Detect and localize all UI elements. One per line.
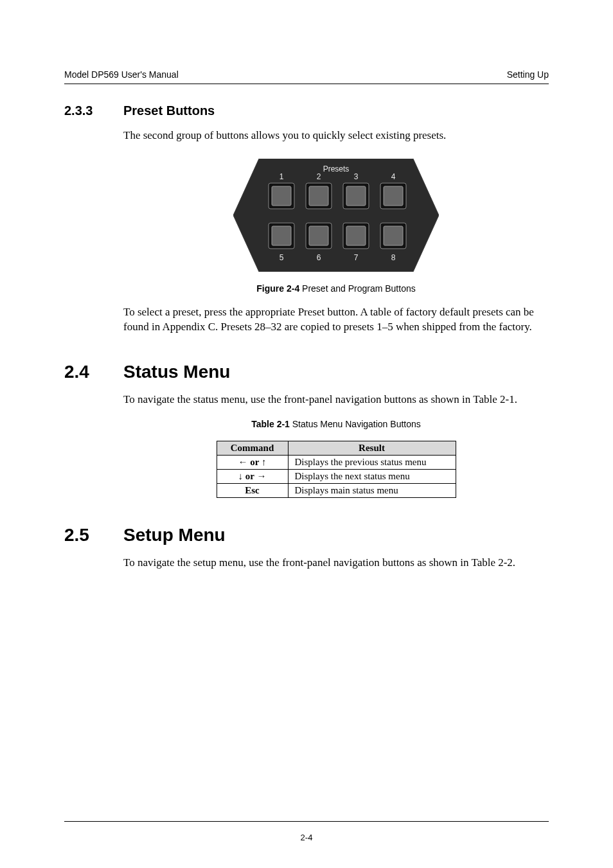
preset-button-4[interactable] xyxy=(380,183,406,209)
sec24-intro: To navigate the status menu, use the fro… xyxy=(123,393,549,407)
section-25-body: To navigate the setup menu, use the fron… xyxy=(123,556,549,571)
preset-button-2[interactable] xyxy=(306,183,332,209)
panel-num-8: 8 xyxy=(391,253,396,262)
preset-button-7[interactable] xyxy=(343,223,369,249)
heading-24-title: Status Menu xyxy=(123,362,230,382)
panel-num-5: 5 xyxy=(280,253,284,262)
panel-num-7: 7 xyxy=(354,253,359,262)
cmd-cell: ↓ or → xyxy=(217,469,288,483)
table-row: ↓ or → Displays the next status menu xyxy=(217,469,456,483)
header-left: Model DP569 User's Manual xyxy=(64,69,179,80)
figure-presets-panel: Presets 1 2 3 4 xyxy=(123,159,549,272)
panel-background xyxy=(233,159,439,272)
heading-25: 2.5 Setup Menu xyxy=(64,525,549,545)
table-header-row: Command Result xyxy=(217,441,456,455)
preset-button-3[interactable] xyxy=(343,183,369,209)
page-number: 2-4 xyxy=(0,833,613,842)
footer-rule xyxy=(64,821,549,822)
section-233-body: The second group of buttons allows you t… xyxy=(123,128,549,335)
svg-rect-7 xyxy=(384,186,403,206)
preset-button-1[interactable] xyxy=(269,183,294,209)
svg-rect-15 xyxy=(384,226,403,245)
page-header: Model DP569 User's Manual Setting Up xyxy=(64,69,549,80)
heading-233-title: Preset Buttons xyxy=(123,103,215,118)
panel-num-1: 1 xyxy=(280,172,284,181)
table-row: ← or ↑ Displays the previous status menu xyxy=(217,455,456,469)
figure-24-caption: Figure 2-4 Preset and Program Buttons xyxy=(123,283,549,294)
nav-table-wrap: Command Result ← or ↑ Displays the previ… xyxy=(123,441,549,498)
svg-rect-5 xyxy=(346,186,366,206)
table-row: Esc Displays main status menu xyxy=(217,483,456,497)
panel-num-6: 6 xyxy=(317,253,321,262)
panel-num-3: 3 xyxy=(354,172,359,181)
heading-24-number: 2.4 xyxy=(64,362,123,382)
figure-24-caption-bold: Figure 2-4 xyxy=(256,283,299,294)
table-21-caption-bold: Table 2-1 xyxy=(251,419,290,429)
result-cell: Displays main status menu xyxy=(288,483,456,497)
heading-24: 2.4 Status Menu xyxy=(64,362,549,382)
table-21-caption: Table 2-1 Status Menu Navigation Buttons xyxy=(123,419,549,429)
panel-num-2: 2 xyxy=(317,172,321,181)
panel-label-presets: Presets xyxy=(323,164,350,173)
result-cell: Displays the previous status menu xyxy=(288,455,456,469)
presets-panel-svg: Presets 1 2 3 4 xyxy=(233,159,439,272)
svg-rect-1 xyxy=(272,186,291,206)
preset-button-5[interactable] xyxy=(269,223,294,249)
page: Model DP569 User's Manual Setting Up 2.3… xyxy=(0,0,613,868)
col-result: Result xyxy=(288,441,456,455)
header-rule xyxy=(64,84,549,84)
panel-num-4: 4 xyxy=(391,172,396,181)
svg-rect-13 xyxy=(346,226,366,245)
heading-25-number: 2.5 xyxy=(64,525,123,545)
section-24-body: To navigate the status menu, use the fro… xyxy=(123,393,549,498)
cmd-cell: ← or ↑ xyxy=(217,455,288,469)
preset-button-8[interactable] xyxy=(380,223,406,249)
sec233-intro: The second group of buttons allows you t… xyxy=(123,128,549,143)
sec25-intro: To navigate the setup menu, use the fron… xyxy=(123,556,549,571)
sec233-after-figure: To select a preset, press the appropriat… xyxy=(123,305,549,335)
heading-233-number: 2.3.3 xyxy=(64,103,123,118)
svg-rect-3 xyxy=(309,186,328,206)
col-command: Command xyxy=(217,441,288,455)
figure-24-caption-rest: Preset and Program Buttons xyxy=(299,283,416,294)
svg-rect-11 xyxy=(309,226,328,245)
heading-233: 2.3.3 Preset Buttons xyxy=(64,103,549,118)
header-right: Setting Up xyxy=(507,69,549,80)
svg-rect-9 xyxy=(272,226,291,245)
heading-25-title: Setup Menu xyxy=(123,525,226,545)
cmd-cell: Esc xyxy=(217,483,288,497)
result-cell: Displays the next status menu xyxy=(288,469,456,483)
preset-button-6[interactable] xyxy=(306,223,332,249)
table-21-caption-rest: Status Menu Navigation Buttons xyxy=(290,419,421,429)
nav-table: Command Result ← or ↑ Displays the previ… xyxy=(217,441,456,498)
